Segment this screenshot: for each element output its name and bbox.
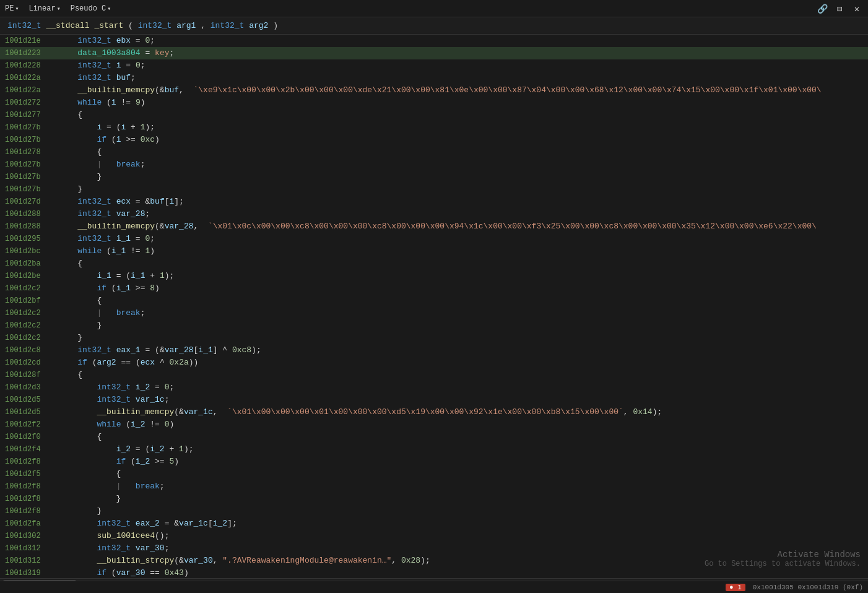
menu-pseudo-c-label: Pseudo C	[71, 4, 106, 13]
menu-bar: PE ▾ Linear ▾ Pseudo C ▾ 🔗 ⊟ ✕	[0, 0, 868, 17]
menu-icons: 🔗 ⊟ ✕	[816, 0, 863, 17]
code-line-31: 1001d2d5 __builtin_memcpy(&var_1c, `\x01…	[0, 406, 868, 418]
code-line-4: 1001d22a int32_t buf;	[0, 72, 868, 84]
close-icon[interactable]: ✕	[851, 2, 863, 15]
code-line-22: 1001d2bf {	[0, 295, 868, 307]
code-line-29: 1001d2d3 int32_t i_2 = 0;	[0, 381, 868, 394]
addr-42: 1001d312	[0, 542, 56, 555]
addr-23: 1001d2c2	[0, 307, 56, 319]
addr-32: 1001d2f2	[0, 418, 56, 431]
link-icon[interactable]: 🔗	[816, 2, 828, 15]
code-line-17: 1001d295 int32_t i_1 = 0;	[0, 233, 868, 245]
addr-18: 1001d2bc	[0, 245, 56, 258]
addr-15: 1001d288	[0, 208, 56, 220]
code-line-10: 1001d278 {	[0, 146, 868, 158]
code-line-37: 1001d2f8 | break;	[0, 480, 868, 493]
addr-4: 1001d22a	[0, 72, 56, 84]
addr-31: 1001d2d5	[0, 406, 56, 418]
code-line-6: 1001d272 while (i != 9)	[0, 97, 868, 109]
code-line-21: 1001d2c2 if (i_1 >= 8)	[0, 282, 868, 295]
code-line-30: 1001d2d5 int32_t var_1c;	[0, 394, 868, 406]
code-line-23: 1001d2c2 | break;	[0, 307, 868, 319]
error-badge: ● 1	[726, 584, 745, 591]
code-line-1: 1001d21e int32_t ebx = 0;	[0, 35, 868, 47]
addr-36: 1001d2f5	[0, 468, 56, 480]
addr-21: 1001d2c2	[0, 282, 56, 295]
menu-pseudo-c-arrow: ▾	[107, 5, 111, 12]
status-address-info: 0x1001d305 0x1001d319 (0xf)	[753, 584, 863, 591]
code-listing: 1001d21e int32_t ebx = 0; 1001d223 data_…	[0, 35, 868, 578]
addr-38: 1001d2f8	[0, 493, 56, 505]
addr-3: 1001d228	[0, 59, 56, 72]
code-line-14: 1001d27d int32_t ecx = &buf[i];	[0, 196, 868, 208]
code-line-13: 1001d27b }	[0, 183, 868, 196]
addr-43: 1001d312	[0, 555, 56, 567]
addr-9: 1001d27b	[0, 134, 56, 146]
code-line-20: 1001d2be i_1 = (i_1 + 1);	[0, 270, 868, 282]
menu-linear-arrow: ▾	[57, 5, 61, 12]
addr-14: 1001d27d	[0, 196, 56, 208]
code-line-28: 1001d28f {	[0, 369, 868, 381]
code-line-18: 1001d2bc while (i_1 != 1)	[0, 245, 868, 258]
addr-2: 1001d223	[0, 47, 56, 59]
code-line-7: 1001d277 {	[0, 109, 868, 121]
addr-24: 1001d2c2	[0, 319, 56, 332]
code-line-36: 1001d2f5 {	[0, 468, 868, 480]
addr-16: 1001d288	[0, 220, 56, 233]
code-line-9: 1001d27b if (i >= 0xc)	[0, 134, 868, 146]
layout-icon[interactable]: ⊟	[833, 2, 846, 15]
error-count: 1	[737, 584, 742, 591]
addr-11: 1001d27b	[0, 158, 56, 171]
func-name: _start	[94, 21, 123, 30]
addr-34: 1001d2f4	[0, 443, 56, 456]
addr-17: 1001d295	[0, 233, 56, 245]
func-call-conv: __stdcall	[46, 21, 89, 30]
code-line-3: 1001d228 int32_t i = 0;	[0, 59, 868, 72]
code-line-40: 1001d2fa int32_t eax_2 = &var_1c[i_2];	[0, 517, 868, 530]
addr-35: 1001d2f8	[0, 456, 56, 468]
menu-pseudo-c[interactable]: Pseudo C ▾	[71, 4, 111, 13]
func-signature-bar: int32_t __stdcall _start ( int32_t arg1 …	[0, 17, 868, 35]
addr-1: 1001d21e	[0, 35, 56, 47]
code-line-15: 1001d288 int32_t var_28;	[0, 208, 868, 220]
code-line-44: 1001d319 if (var_30 == 0x43)	[0, 567, 868, 578]
addr-25: 1001d2c2	[0, 332, 56, 344]
status-right: ● 1 0x1001d305 0x1001d319 (0xf)	[726, 584, 863, 591]
addr-7: 1001d277	[0, 109, 56, 121]
menu-linear-label: Linear	[28, 4, 55, 13]
code-line-41: 1001d302 sub_1001cee4();	[0, 530, 868, 542]
addr-41: 1001d302	[0, 530, 56, 542]
addr-6: 1001d272	[0, 97, 56, 109]
code-line-39: 1001d2f8 }	[0, 505, 868, 517]
addr-30: 1001d2d5	[0, 394, 56, 406]
code-line-42: 1001d312 int32_t var_30;	[0, 542, 868, 555]
addr-13: 1001d27b	[0, 183, 56, 196]
code-line-27: 1001d2cd if (arg2 == (ecx ^ 0x2a))	[0, 357, 868, 369]
menu-pe-label: PE	[5, 4, 14, 13]
addr-12: 1001d27b	[0, 171, 56, 183]
code-line-34: 1001d2f4 i_2 = (i_2 + 1);	[0, 443, 868, 456]
code-line-11: 1001d27b | break;	[0, 158, 868, 171]
code-line-25: 1001d2c2 }	[0, 332, 868, 344]
addr-19: 1001d2ba	[0, 258, 56, 270]
addr-29: 1001d2d3	[0, 381, 56, 394]
code-line-38: 1001d2f8 }	[0, 493, 868, 505]
addr-33: 1001d2f0	[0, 431, 56, 443]
addr-39: 1001d2f8	[0, 505, 56, 517]
code-line-43: 1001d312 __builtin_strcpy(&var_30, ".?AV…	[0, 555, 868, 567]
code-line-16: 1001d288 __builtin_memcpy(&var_28, `\x01…	[0, 220, 868, 233]
addr-27: 1001d2cd	[0, 357, 56, 369]
status-bar: ● 1 0x1001d305 0x1001d319 (0xf)	[0, 581, 868, 593]
code-line-26: 1001d2c8 int32_t eax_1 = (&var_28[i_1] ^…	[0, 344, 868, 357]
code-line-2: 1001d223 data_1003a804 = key;	[0, 47, 868, 59]
menu-pe[interactable]: PE ▾	[5, 4, 19, 13]
code-line-35: 1001d2f8 if (i_2 >= 5)	[0, 456, 868, 468]
addr-22: 1001d2bf	[0, 295, 56, 307]
addr-26: 1001d2c8	[0, 344, 56, 357]
addr-5: 1001d22a	[0, 84, 56, 97]
code-line-32: 1001d2f2 while (i_2 != 0)	[0, 418, 868, 431]
menu-linear[interactable]: Linear ▾	[28, 4, 60, 13]
func-return-type: int32_t	[7, 21, 41, 30]
code-line-33: 1001d2f0 {	[0, 431, 868, 443]
addr-40: 1001d2fa	[0, 517, 56, 530]
